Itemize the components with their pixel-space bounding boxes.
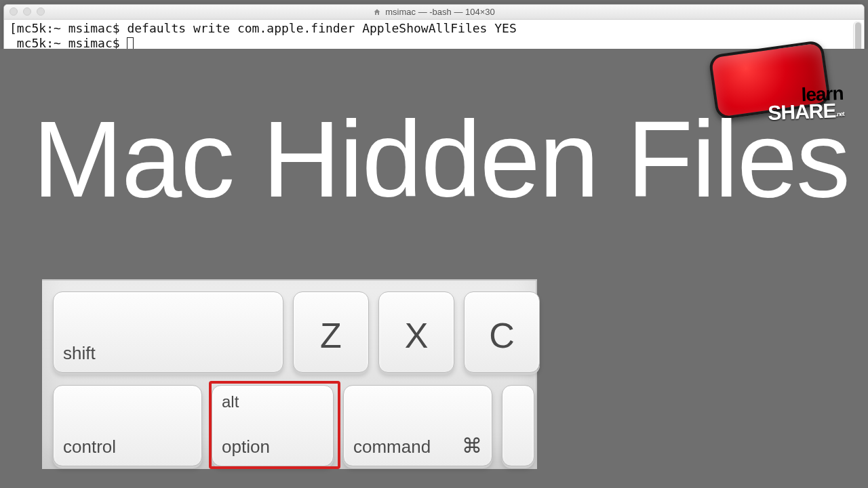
key-shift-label: shift bbox=[63, 343, 96, 364]
traffic-lights bbox=[9, 7, 45, 16]
key-c-label: C bbox=[465, 315, 539, 356]
window-title-text: msimac — -bash — 104×30 bbox=[385, 7, 494, 17]
headline-text: Mac Hidden Files bbox=[33, 105, 849, 214]
stage: msimac — -bash — 104×30 [mc5k:~ msimac$ … bbox=[0, 0, 868, 488]
window-title: msimac — -bash — 104×30 bbox=[4, 7, 864, 17]
key-shift: shift bbox=[53, 291, 283, 373]
key-x-label: X bbox=[379, 315, 454, 356]
key-control-label: control bbox=[63, 436, 116, 458]
key-command: command ⌘ bbox=[343, 385, 492, 466]
zoom-icon[interactable] bbox=[37, 7, 45, 16]
key-option-label: option bbox=[222, 436, 270, 458]
close-icon[interactable] bbox=[9, 7, 18, 16]
terminal-prompt: mc5k:~ msimac$ bbox=[9, 36, 127, 50]
command-symbol-icon: ⌘ bbox=[462, 434, 482, 458]
key-z-label: Z bbox=[294, 315, 368, 356]
keyboard-illustration: shift Z X C control alt option command ⌘ bbox=[42, 279, 537, 469]
terminal-line-1: [mc5k:~ msimac$ defaults write com.apple… bbox=[9, 21, 859, 36]
minimize-icon[interactable] bbox=[23, 7, 31, 16]
key-alt-label: alt bbox=[222, 392, 239, 411]
key-partial bbox=[502, 385, 534, 466]
key-x: X bbox=[378, 291, 454, 373]
keyboard-row-2: control alt option command ⌘ bbox=[53, 385, 534, 466]
key-c: C bbox=[464, 291, 540, 373]
keyboard-row-1: shift Z X C bbox=[53, 291, 540, 373]
key-control: control bbox=[53, 385, 202, 466]
home-icon bbox=[373, 8, 381, 16]
window-titlebar[interactable]: msimac — -bash — 104×30 bbox=[4, 5, 864, 20]
key-option: alt option bbox=[212, 385, 334, 466]
key-command-label: command bbox=[353, 436, 431, 458]
key-z: Z bbox=[293, 291, 369, 373]
text-cursor-icon bbox=[127, 37, 134, 49]
